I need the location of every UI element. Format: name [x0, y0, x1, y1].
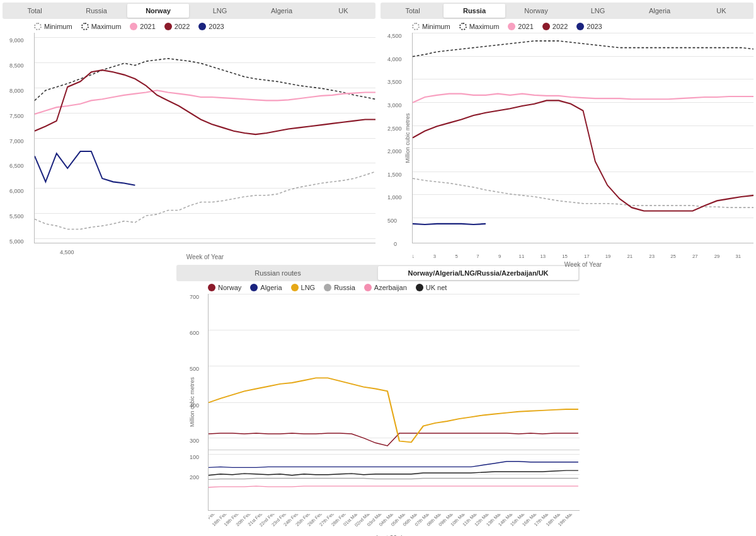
r-ytick-1500: 1,500 — [387, 172, 402, 178]
b-legend-lng: LNG — [291, 284, 316, 291]
bottom-tab-norway[interactable]: Norway/Algeria/LNG/Russia/Azerbaijan/UK — [378, 266, 578, 280]
svg-text:27: 27 — [692, 253, 698, 259]
legend-minimum: Minimum — [34, 23, 72, 30]
right-x-axis-label: Week of Year — [564, 261, 602, 268]
left-chart-panel: Total Russia Norway LNG Algeria UK Minim… — [0, 0, 378, 265]
minimum-dot — [34, 23, 42, 30]
ytick-7000: 7,000 — [9, 138, 24, 144]
b-ytick-100: 100 — [190, 454, 199, 460]
y2022-dot — [164, 23, 172, 30]
b-lng-dot — [291, 284, 299, 291]
right-tab-uk[interactable]: UK — [690, 4, 752, 18]
r-legend-2022-label: 2022 — [553, 23, 568, 30]
ytick-5500: 5,500 — [9, 213, 24, 219]
legend-2021-label: 2021 — [140, 23, 155, 30]
legend-2022-label: 2022 — [175, 23, 190, 30]
legend-minimum-label: Minimum — [44, 23, 72, 30]
bottom-tab-bar: Russian routes Norway/Algeria/LNG/Russia… — [176, 265, 580, 281]
r-legend-minimum-label: Minimum — [422, 23, 450, 30]
svg-text:1: 1 — [413, 253, 414, 259]
b-legend-azerbaijan: Azerbaijan — [364, 284, 407, 291]
legend-2023-label: 2023 — [209, 23, 224, 30]
b-ytick-500: 500 — [190, 366, 199, 372]
left-tab-bar: Total Russia Norway LNG Algeria UK — [3, 3, 375, 19]
legend-maximum: Maximum — [81, 23, 122, 30]
legend-maximum-label: Maximum — [91, 23, 122, 30]
left-legend: Minimum Maximum 2021 2022 2023 — [3, 23, 375, 30]
r-legend-maximum: Maximum — [459, 23, 500, 30]
main-container: Total Russia Norway LNG Algeria UK Minim… — [0, 0, 756, 536]
r-ytick-0: 0 — [394, 241, 397, 247]
r-ytick-500: 500 — [387, 218, 397, 224]
b-uknet-label: UK net — [426, 284, 447, 291]
ytick-8000: 8,000 — [9, 88, 24, 94]
ytick-8500: 8,500 — [9, 62, 24, 69]
b-algeria-dot — [250, 284, 258, 291]
ytick-5000: 5,000 — [9, 238, 24, 245]
b-russia-dot — [324, 284, 331, 291]
svg-text:23: 23 — [649, 253, 655, 259]
b-ytick-400: 400 — [190, 402, 199, 409]
svg-text:25: 25 — [670, 253, 676, 259]
r-ytick-2500: 2,500 — [387, 125, 402, 132]
ytick-6500: 6,500 — [9, 163, 24, 169]
bottom-chart-svg — [209, 294, 580, 510]
left-tab-algeria[interactable]: Algeria — [251, 4, 312, 18]
right-tab-norway[interactable]: Norway — [505, 4, 567, 18]
b-norway-label: Norway — [218, 284, 241, 291]
svg-text:31: 31 — [736, 253, 742, 259]
left-x-axis-label: Week of Year — [186, 253, 224, 260]
b-uknet-dot — [416, 284, 423, 291]
r-legend-2021: 2021 — [508, 23, 533, 30]
left-tab-norway[interactable]: Norway — [127, 4, 189, 18]
r-minimum-dot — [412, 23, 420, 30]
right-tab-russia[interactable]: Russia — [444, 4, 505, 18]
bottom-panel: Russian routes Norway/Algeria/LNG/Russia… — [176, 265, 580, 536]
left-tab-total[interactable]: Total — [4, 4, 66, 18]
right-tab-algeria[interactable]: Algeria — [629, 4, 690, 18]
ytick-4500: 4,500 — [60, 249, 74, 255]
bottom-row: Russian routes Norway/Algeria/LNG/Russia… — [0, 265, 756, 536]
b-lng-label: LNG — [301, 284, 316, 291]
svg-text:13: 13 — [540, 253, 546, 259]
bottom-legend: Norway Algeria LNG Russia Azerbaijan — [176, 284, 580, 291]
svg-text:19: 19 — [605, 253, 611, 259]
right-tab-total[interactable]: Total — [382, 4, 444, 18]
svg-text:9: 9 — [498, 253, 501, 259]
r-y2021-dot — [508, 23, 515, 30]
left-tab-russia[interactable]: Russia — [66, 4, 127, 18]
svg-text:11: 11 — [519, 253, 525, 259]
y2023-dot — [198, 23, 206, 30]
b-legend-algeria: Algeria — [250, 284, 282, 291]
left-tab-lng[interactable]: LNG — [189, 4, 251, 18]
ytick-6000: 6,000 — [9, 188, 24, 194]
b-legend-uknet: UK net — [416, 284, 447, 291]
r-ytick-3000: 3,000 — [387, 102, 402, 108]
b-legend-norway: Norway — [208, 284, 241, 291]
b-azerbaijan-dot — [364, 284, 372, 291]
svg-text:17: 17 — [584, 253, 590, 259]
y2021-dot — [130, 23, 137, 30]
left-tab-uk[interactable]: UK — [312, 4, 374, 18]
top-row: Total Russia Norway LNG Algeria UK Minim… — [0, 0, 756, 265]
b-algeria-label: Algeria — [260, 284, 282, 291]
bottom-tab-russian[interactable]: Russian routes — [178, 266, 378, 280]
right-tab-bar: Total Russia Norway LNG Algeria UK — [381, 3, 753, 19]
b-norway-dot — [208, 284, 215, 291]
b-ytick-700: 700 — [190, 294, 199, 300]
r-maximum-dot — [459, 23, 467, 30]
right-tab-lng[interactable]: LNG — [567, 4, 629, 18]
svg-text:7: 7 — [476, 253, 479, 259]
r-ytick-1000: 1,000 — [387, 194, 402, 201]
right-y-axis-label: Million cubic metres — [404, 113, 411, 163]
maximum-dot — [81, 23, 89, 30]
r-y2023-dot — [576, 23, 584, 30]
b-azerbaijan-label: Azerbaijan — [374, 284, 407, 291]
r-legend-2023-label: 2023 — [587, 23, 602, 30]
b-legend-russia: Russia — [324, 284, 355, 291]
r-legend-maximum-label: Maximum — [469, 23, 500, 30]
right-chart-panel: Total Russia Norway LNG Algeria UK Minim… — [378, 0, 756, 265]
right-legend: Minimum Maximum 2021 2022 2023 — [381, 23, 753, 30]
left-chart-svg: 1 3 5 7 9 11 13 15 17 19 21 23 2 — [35, 33, 375, 243]
r-ytick-3500: 3,500 — [387, 79, 402, 85]
